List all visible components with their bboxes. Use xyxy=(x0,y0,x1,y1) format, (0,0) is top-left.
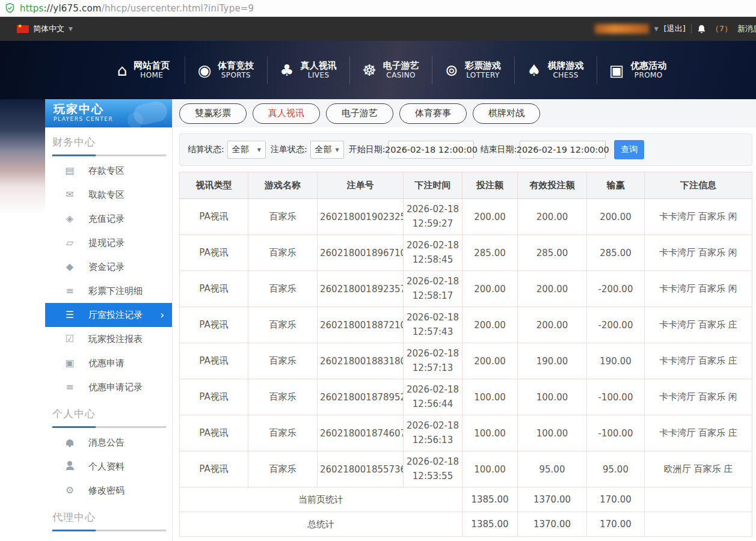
table-cell: 卡卡湾厅 百家乐 闲 xyxy=(645,379,752,415)
summary-value: 1370.00 xyxy=(518,488,587,512)
settle-status-select[interactable]: 全部 ▼ xyxy=(227,141,266,159)
order-status-select[interactable]: 全部 ▼ xyxy=(310,141,344,159)
page-background-strip xyxy=(0,99,45,541)
nav-item-sports[interactable]: ◉ 体育竞技 SPORTS xyxy=(185,53,267,87)
username-redacted[interactable] xyxy=(595,24,649,34)
new-messages-link[interactable]: 新消息 xyxy=(737,23,756,34)
menu-item-label: 玩家投注报表 xyxy=(88,334,143,345)
security-shield-icon xyxy=(5,3,15,13)
summary-value: 1385.00 xyxy=(463,512,518,537)
language-label: 简体中文 xyxy=(33,23,64,34)
tab[interactable]: 电子游艺 xyxy=(326,103,393,124)
start-date-input[interactable]: 2026-02-18 12:00:00 xyxy=(388,141,474,159)
table-cell: 260218001855736 xyxy=(318,451,404,488)
sidebar-menu-item[interactable]: ▣ 优惠申请 xyxy=(45,351,172,375)
column-header: 投注额 xyxy=(463,173,518,199)
chevron-right-icon: › xyxy=(160,309,164,321)
table-cell: PA视讯 xyxy=(180,307,248,343)
withdraw-icon: ✉ xyxy=(63,190,76,200)
china-flag-icon xyxy=(17,25,29,33)
summary-value: 1370.00 xyxy=(518,512,587,537)
table-cell: 100.00 xyxy=(463,415,518,451)
sidebar: 玩家中心 PLAYERS CENTER 财务中心 ▤ 存款专区 ✉ 取款专区 ◈… xyxy=(45,99,173,541)
sidebar-menu-item[interactable]: ◆ 资金记录 xyxy=(45,255,172,279)
nav-item-casino[interactable]: ☸ 电子游艺 CASINO xyxy=(349,53,432,87)
bet-report-icon: ☑ xyxy=(63,334,76,344)
table-cell: 百家乐 xyxy=(248,415,318,451)
column-header: 有效投注额 xyxy=(518,173,587,199)
hall-bets-icon: ☰ xyxy=(63,310,76,320)
column-header: 视讯类型 xyxy=(180,173,248,199)
sidebar-menu-item[interactable]: ≡ 优惠申请记录 xyxy=(45,375,172,399)
sidebar-subtitle: PLAYERS CENTER xyxy=(54,116,172,122)
nav-item-chess[interactable]: ♠ 棋牌游戏 CHESS xyxy=(514,53,597,87)
sidebar-section-header: 个人中心 xyxy=(45,399,172,430)
table-cell: 200.00 xyxy=(463,199,518,235)
sidebar-menu-item[interactable]: ☰ 厅室投注记录 › xyxy=(45,303,172,327)
search-button[interactable]: 查询 xyxy=(614,140,644,159)
tab[interactable]: 棋牌对战 xyxy=(473,103,540,124)
select-caret-icon: ▼ xyxy=(336,147,339,153)
lottery-balls-icon: ⊚ xyxy=(445,63,458,78)
table-cell: 百家乐 xyxy=(248,379,318,415)
nav-item-lives[interactable]: ♣ 真人视讯 LIVES xyxy=(267,53,349,87)
nav-item-home[interactable]: ⌂ 网站首页 HOME xyxy=(102,53,185,87)
bet-records-table: 视讯类型游戏名称注单号下注时间投注额有效投注额输赢下注信息 PA视讯百家乐260… xyxy=(179,172,752,537)
sidebar-menu-item[interactable]: ▤ 存款专区 xyxy=(45,159,172,183)
summary-value: 1385.00 xyxy=(463,488,518,512)
menu-item-label: 消息公告 xyxy=(88,437,124,448)
end-date-label: 结束日期: xyxy=(480,144,517,155)
sidebar-menu-item[interactable]: ▱ 提现记录 xyxy=(45,231,172,255)
notification-bell-icon[interactable] xyxy=(697,24,706,34)
menu-item-label: 个人资料 xyxy=(88,461,124,472)
account-chevron-down-icon[interactable]: ▼ xyxy=(654,26,659,32)
nav-label-zh: 电子游艺 xyxy=(383,60,419,72)
table-row: PA视讯百家乐2602180018967102026-02-1812:58:45… xyxy=(180,235,752,271)
tab[interactable]: 真人视讯 xyxy=(253,103,320,124)
select-caret-icon: ▼ xyxy=(257,147,261,153)
tab-label: 棋牌对战 xyxy=(488,108,524,119)
withdrawal-records-icon: ▱ xyxy=(63,238,76,248)
cell-bet-time: 2026-02-1812:58:45 xyxy=(404,235,463,271)
table-cell: -100.00 xyxy=(587,379,645,415)
funds-records-icon: ◆ xyxy=(63,262,76,272)
order-status-value: 全部 xyxy=(315,144,332,155)
table-cell: 百家乐 xyxy=(248,199,318,235)
tab-label: 电子游艺 xyxy=(342,108,378,119)
menu-item-label: 提现记录 xyxy=(88,237,124,249)
tab[interactable]: 雙赢彩票 xyxy=(179,103,247,124)
start-date-label: 开始日期: xyxy=(349,144,386,155)
sidebar-menu-item[interactable]: ☑ 玩家投注报表 xyxy=(45,327,172,351)
nav-item-lottery[interactable]: ⊚ 彩票游戏 LOTTERY xyxy=(432,53,514,87)
tab[interactable]: 体育赛事 xyxy=(399,103,467,124)
sidebar-menu-item[interactable]: ≡ 彩票下注明细 xyxy=(45,279,172,303)
sidebar-section-header: 代理中心 xyxy=(45,503,172,534)
table-cell: -200.00 xyxy=(587,307,645,343)
sidebar-menu-item[interactable]: ▢ 代理规则说明 xyxy=(45,534,172,541)
sidebar-menu-item[interactable]: 消息公告 xyxy=(45,430,172,454)
table-cell: 卡卡湾厅 百家乐 闲 xyxy=(645,271,752,307)
sidebar-header: 玩家中心 PLAYERS CENTER xyxy=(45,99,172,127)
main-navigation: ⌂ 网站首页 HOME ◉ 体育竞技 SPORTS ♣ 真人视讯 LIVES ☸… xyxy=(0,41,756,99)
sidebar-menu-item[interactable]: ✉ 取款专区 xyxy=(45,183,172,207)
end-date-input[interactable]: 2026-02-19 12:00:00 xyxy=(520,141,606,159)
sidebar-menu-item[interactable]: ◈ 充值记录 xyxy=(45,207,172,231)
nav-item-promo[interactable]: ▣ 优惠活动 PROMO xyxy=(597,53,679,87)
cell-bet-time: 2026-02-1812:56:13 xyxy=(404,415,463,451)
nav-label-en: CHESS xyxy=(553,71,579,80)
browser-address-bar[interactable]: https://yl675.com/hhcp/usercenter.html?i… xyxy=(0,0,756,17)
sidebar-menu-item[interactable]: 个人资料 xyxy=(45,454,172,478)
language-selector[interactable]: 简体中文 ▼ xyxy=(33,23,73,34)
logout-button[interactable]: [退出] xyxy=(664,23,686,34)
menu-item-label: 存款专区 xyxy=(88,165,124,177)
playing-cards-icon: ♣ xyxy=(280,63,293,78)
divider xyxy=(691,24,692,34)
table-cell: 95.00 xyxy=(587,451,645,488)
nav-label-en: PROMO xyxy=(635,71,663,80)
message-count-badge[interactable]: （7） xyxy=(711,23,732,34)
sidebar-menu-item[interactable]: ⚙ 修改密码 xyxy=(45,478,172,503)
person-icon xyxy=(63,461,76,472)
table-cell: 190.00 xyxy=(518,343,587,379)
nav-label-zh: 体育竞技 xyxy=(218,60,254,72)
table-cell: 卡卡湾厅 百家乐 庄 xyxy=(645,307,752,343)
